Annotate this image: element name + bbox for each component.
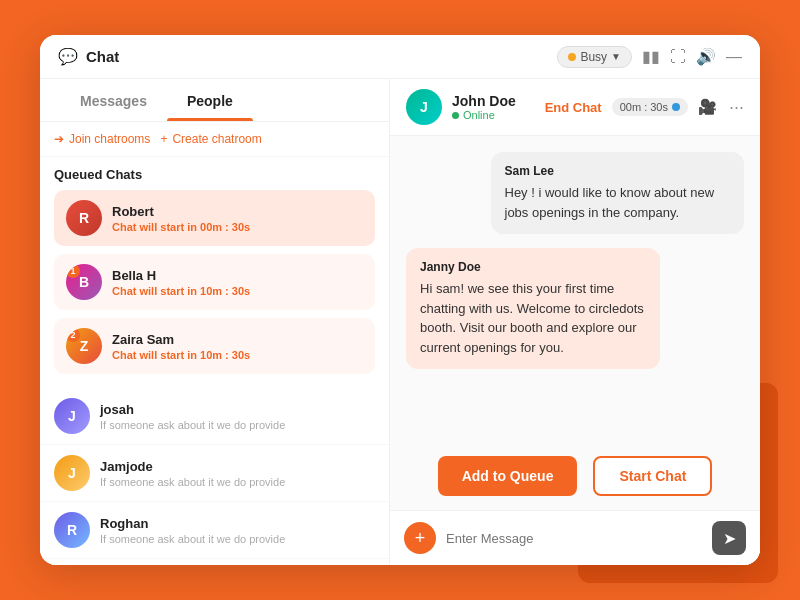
queued-name-bella: Bella H bbox=[112, 268, 363, 283]
app-window: 💬 Chat Busy ▼ ▮▮ ⛶ 🔊 — bbox=[40, 35, 760, 565]
queued-chats-section: Queued Chats R Robert Chat will start in… bbox=[40, 157, 389, 388]
chevron-down-icon: ▼ bbox=[611, 51, 621, 62]
timer-dot-icon bbox=[672, 103, 680, 111]
avatar-zaira: 2 Z bbox=[66, 328, 102, 364]
start-chat-button[interactable]: Start Chat bbox=[593, 456, 712, 496]
expand-icon[interactable]: ⛶ bbox=[670, 48, 686, 66]
message-sender-janny: Janny Doe bbox=[420, 260, 646, 274]
tab-people[interactable]: People bbox=[167, 79, 253, 121]
contact-name-roghan: Roghan bbox=[100, 516, 375, 531]
badge-bella: 1 bbox=[66, 264, 80, 278]
video-icon[interactable]: 🎥 bbox=[698, 98, 717, 116]
queued-info-robert: Robert Chat will start in 00m : 30s bbox=[112, 204, 363, 233]
queued-item-bella[interactable]: 1 B Bella H Chat will start in 10m : 30s bbox=[54, 254, 375, 310]
busy-badge[interactable]: Busy ▼ bbox=[557, 46, 632, 68]
left-panel: Messages People ➔ Join chatrooms + Creat… bbox=[40, 79, 390, 565]
busy-dot-icon bbox=[568, 53, 576, 61]
queued-info-bella: Bella H Chat will start in 10m : 30s bbox=[112, 268, 363, 297]
chat-header-icons: 🎥 ⋯ bbox=[698, 98, 744, 116]
message-janny-doe: Janny Doe Hi sam! we see this your first… bbox=[406, 248, 660, 369]
title-bar-left: 💬 Chat bbox=[58, 47, 119, 66]
avatar-robert: R bbox=[66, 200, 102, 236]
send-button[interactable]: ➤ bbox=[712, 521, 746, 555]
minimize-icon[interactable]: — bbox=[726, 48, 742, 66]
main-content: Messages People ➔ Join chatrooms + Creat… bbox=[40, 79, 760, 565]
queued-info-zaira: Zaira Sam Chat will start in 10m : 30s bbox=[112, 332, 363, 361]
timer-badge: 00m : 30s bbox=[612, 98, 688, 116]
join-icon: ➔ bbox=[54, 132, 64, 146]
add-attachment-button[interactable]: + bbox=[404, 522, 436, 554]
contact-name-jamjode: Jamjode bbox=[100, 459, 375, 474]
avatar-bella: 1 B bbox=[66, 264, 102, 300]
queued-time-bella: Chat will start in 10m : 30s bbox=[112, 285, 363, 297]
avatar-jamjode: J bbox=[54, 455, 90, 491]
busy-label: Busy bbox=[580, 50, 607, 64]
tab-messages[interactable]: Messages bbox=[60, 79, 167, 121]
avatar-roghan: R bbox=[54, 512, 90, 548]
contact-info-josah: josah If someone ask about it we do prov… bbox=[100, 402, 375, 431]
add-to-queue-button[interactable]: Add to Queue bbox=[438, 456, 578, 496]
queued-item-robert[interactable]: R Robert Chat will start in 00m : 30s bbox=[54, 190, 375, 246]
chat-header: J John Doe Online End Chat 00m : 30s bbox=[390, 79, 760, 136]
contact-name-josah: josah bbox=[100, 402, 375, 417]
message-input-bar: + ➤ bbox=[390, 510, 760, 565]
chat-icon: 💬 bbox=[58, 47, 78, 66]
queued-item-zaira[interactable]: 2 Z Zaira Sam Chat will start in 10m : 3… bbox=[54, 318, 375, 374]
contact-info-roghan: Roghan If someone ask about it we do pro… bbox=[100, 516, 375, 545]
more-options-icon[interactable]: ⋯ bbox=[729, 98, 744, 116]
join-chatrooms-button[interactable]: ➔ Join chatrooms bbox=[54, 132, 150, 146]
contact-item-josah[interactable]: J josah If someone ask about it we do pr… bbox=[40, 388, 389, 445]
contact-list: J josah If someone ask about it we do pr… bbox=[40, 388, 389, 565]
contact-sub-roghan: If someone ask about it we do provide bbox=[100, 533, 375, 545]
queued-time-robert: Chat will start in 00m : 30s bbox=[112, 221, 363, 233]
messages-area: Sam Lee Hey ! i would like to know about… bbox=[390, 136, 760, 442]
chat-user-name: John Doe bbox=[452, 93, 535, 109]
plus-icon: + bbox=[160, 132, 167, 146]
avatar-john: J bbox=[406, 89, 442, 125]
app-title: Chat bbox=[86, 48, 119, 65]
online-label: Online bbox=[463, 109, 495, 121]
online-status: Online bbox=[452, 109, 535, 121]
contact-sub-jamjode: If someone ask about it we do provide bbox=[100, 476, 375, 488]
tabs-bar: Messages People bbox=[40, 79, 389, 122]
pause-icon[interactable]: ▮▮ bbox=[642, 47, 660, 66]
queued-name-robert: Robert bbox=[112, 204, 363, 219]
message-text-janny: Hi sam! we see this your first time chat… bbox=[420, 279, 646, 357]
online-dot-icon bbox=[452, 112, 459, 119]
queued-chats-title: Queued Chats bbox=[54, 167, 375, 182]
action-buttons: Add to Queue Start Chat bbox=[390, 442, 760, 510]
end-chat-button[interactable]: End Chat bbox=[545, 100, 602, 115]
title-bar-right: Busy ▼ ▮▮ ⛶ 🔊 — bbox=[557, 46, 742, 68]
contact-item-roghan[interactable]: R Roghan If someone ask about it we do p… bbox=[40, 502, 389, 559]
title-bar: 💬 Chat Busy ▼ ▮▮ ⛶ 🔊 — bbox=[40, 35, 760, 79]
create-chatroom-button[interactable]: + Create chatroom bbox=[160, 132, 261, 146]
contact-item-smith[interactable]: S Smith If someone ask about it we do pr… bbox=[40, 559, 389, 565]
chat-header-info: John Doe Online bbox=[452, 93, 535, 121]
avatar-josah: J bbox=[54, 398, 90, 434]
sub-actions: ➔ Join chatrooms + Create chatroom bbox=[40, 122, 389, 157]
message-sam-lee: Sam Lee Hey ! i would like to know about… bbox=[491, 152, 745, 234]
badge-zaira: 2 bbox=[66, 328, 80, 342]
right-panel: J John Doe Online End Chat 00m : 30s bbox=[390, 79, 760, 565]
message-sender-sam: Sam Lee bbox=[505, 164, 731, 178]
timer-value: 00m : 30s bbox=[620, 101, 668, 113]
contact-sub-josah: If someone ask about it we do provide bbox=[100, 419, 375, 431]
volume-icon[interactable]: 🔊 bbox=[696, 47, 716, 66]
message-input[interactable] bbox=[446, 531, 702, 546]
contact-info-jamjode: Jamjode If someone ask about it we do pr… bbox=[100, 459, 375, 488]
message-text-sam: Hey ! i would like to know about new job… bbox=[505, 183, 731, 222]
send-icon: ➤ bbox=[723, 529, 736, 548]
queued-time-zaira: Chat will start in 10m : 30s bbox=[112, 349, 363, 361]
queued-name-zaira: Zaira Sam bbox=[112, 332, 363, 347]
contact-item-jamjode[interactable]: J Jamjode If someone ask about it we do … bbox=[40, 445, 389, 502]
